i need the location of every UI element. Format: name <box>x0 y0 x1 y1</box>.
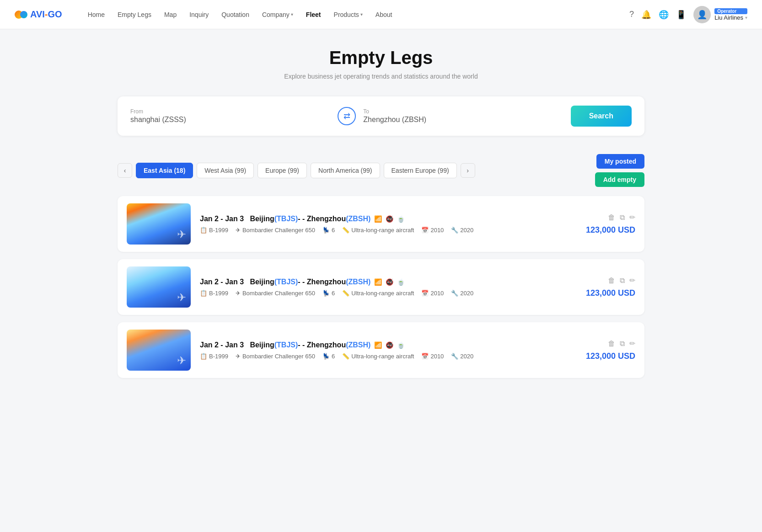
meta-reg: 📋 B-1999 <box>200 227 228 234</box>
operator-badge: Operator <box>714 8 747 14</box>
help-button[interactable]: ? <box>629 10 634 19</box>
seats-icon: 💺 <box>322 227 330 234</box>
from-field[interactable]: From shanghai (ZSSS) <box>130 108 330 124</box>
smoke-icon: 🚭 <box>386 215 393 223</box>
nav-fleet[interactable]: Fleet <box>301 7 327 22</box>
meta-range: 📏 Ultra-long-range aircraft <box>342 353 414 360</box>
from-label: From <box>130 108 330 115</box>
nav-icons: ? 🔔 🌐 📱 👤 Operator Liu Airlines ▾ <box>629 6 747 23</box>
wifi-icon: 📶 <box>374 341 382 349</box>
user-info: Operator Liu Airlines ▾ <box>714 8 747 21</box>
reg-icon: 📋 <box>200 290 207 297</box>
to-label: To <box>363 108 563 115</box>
logo-circle-blue <box>20 11 27 18</box>
nav-products[interactable]: Products ▾ <box>328 7 368 22</box>
edit-button[interactable]: ✏ <box>629 276 635 285</box>
nav-company[interactable]: Company ▾ <box>257 7 299 22</box>
year-icon: 📅 <box>421 353 429 360</box>
meta-year-refurb: 🔧 2020 <box>451 353 473 360</box>
logo[interactable]: AVI-GO <box>15 9 62 20</box>
add-empty-button[interactable]: Add empty <box>595 172 644 187</box>
logo-text: AVI-GO <box>30 9 62 20</box>
delete-button[interactable]: 🗑 <box>608 276 615 285</box>
delete-button[interactable]: 🗑 <box>608 213 615 222</box>
action-icons: 🗑 ⧉ ✏ <box>608 213 635 222</box>
listing-content: Jan 2 - Jan 3 Beijing(TBJS)- - Zhengzhou… <box>200 341 577 360</box>
notifications-button[interactable]: 🔔 <box>641 10 651 20</box>
nav-about[interactable]: About <box>370 7 398 22</box>
listing-meta: 📋 B-1999 ✈ Bombardier Challenger 650 💺 6… <box>200 353 577 360</box>
tab-europe[interactable]: Europe (99) <box>258 163 307 178</box>
nav-quotation[interactable]: Quotation <box>216 7 255 22</box>
listing-meta: 📋 B-1999 ✈ Bombardier Challenger 650 💺 6… <box>200 227 577 234</box>
listing-actions: 🗑 ⧉ ✏ 123,000 USD <box>586 276 635 298</box>
listing-card: Jan 2 - Jan 3 Beijing(TBJS)- - Zhengzhou… <box>118 196 644 252</box>
tab-eastern-europe[interactable]: Eastern Europe (99) <box>384 163 457 178</box>
page-subtitle: Explore business jet operating trends an… <box>118 73 644 80</box>
search-button[interactable]: Search <box>571 106 632 127</box>
listing-header: Jan 2 - Jan 3 Beijing(TBJS)- - Zhengzhou… <box>200 278 577 286</box>
listing-content: Jan 2 - Jan 3 Beijing(TBJS)- - Zhengzhou… <box>200 215 577 234</box>
copy-button[interactable]: ⧉ <box>620 339 625 348</box>
listing-image <box>127 266 191 308</box>
tab-west-asia[interactable]: West Asia (99) <box>197 163 254 178</box>
meta-year-mfg: 📅 2010 <box>421 353 444 360</box>
meta-reg: 📋 B-1999 <box>200 353 228 360</box>
main-content: Empty Legs Explore business jet operatin… <box>107 29 655 404</box>
aircraft-icon: ✈ <box>236 353 241 360</box>
seats-icon: 💺 <box>322 353 330 360</box>
wifi-icon: 📶 <box>374 215 382 223</box>
mobile-button[interactable]: 📱 <box>676 10 686 20</box>
user-menu[interactable]: 👤 Operator Liu Airlines ▾ <box>693 6 747 23</box>
range-icon: 📏 <box>342 353 349 360</box>
meta-year-mfg: 📅 2010 <box>421 227 444 234</box>
listing-actions: 🗑 ⧉ ✏ 123,000 USD <box>586 213 635 235</box>
copy-button[interactable]: ⧉ <box>620 213 625 222</box>
to-field[interactable]: To Zhengzhou (ZBSH) <box>363 108 563 124</box>
listing-amenity-icons: 📶 🚭 🍵 <box>374 278 405 286</box>
meta-aircraft: ✈ Bombardier Challenger 650 <box>236 227 315 234</box>
meta-year-refurb: 🔧 2020 <box>451 290 473 297</box>
delete-button[interactable]: 🗑 <box>608 339 615 348</box>
range-icon: 📏 <box>342 227 349 234</box>
user-dropdown-arrow: ▾ <box>745 15 747 20</box>
nav-home[interactable]: Home <box>82 7 110 22</box>
meta-range: 📏 Ultra-long-range aircraft <box>342 227 414 234</box>
globe-button[interactable]: 🌐 <box>659 10 669 20</box>
my-posted-button[interactable]: My posted <box>596 154 644 169</box>
listing-content: Jan 2 - Jan 3 Beijing(TBJS)- - Zhengzhou… <box>200 278 577 297</box>
listing-amenity-icons: 📶 🚭 🍵 <box>374 341 405 349</box>
range-icon: 📏 <box>342 290 349 297</box>
from-value: shanghai (ZSSS) <box>130 116 330 124</box>
meta-year-mfg: 📅 2010 <box>421 290 444 297</box>
tab-north-america[interactable]: North America (99) <box>311 163 380 178</box>
meta-seats: 💺 6 <box>322 227 335 234</box>
listing-route: Jan 2 - Jan 3 Beijing(TBJS)- - Zhengzhou… <box>200 341 370 349</box>
navbar: AVI-GO Home Empty Legs Map Inquiry Quota… <box>0 0 762 29</box>
listing-route: Jan 2 - Jan 3 Beijing(TBJS)- - Zhengzhou… <box>200 278 370 286</box>
listing-route: Jan 2 - Jan 3 Beijing(TBJS)- - Zhengzhou… <box>200 215 370 223</box>
edit-button[interactable]: ✏ <box>629 339 635 348</box>
nav-links: Home Empty Legs Map Inquiry Quotation Co… <box>82 7 617 22</box>
year-icon: 📅 <box>421 290 429 297</box>
action-icons: 🗑 ⧉ ✏ <box>608 339 635 348</box>
filter-tabs: ‹ East Asia (18) West Asia (99) Europe (… <box>118 163 595 178</box>
meta-seats: 💺 6 <box>322 353 335 360</box>
wifi-icon: 📶 <box>374 278 382 286</box>
search-box: From shanghai (ZSSS) ⇄ To Zhengzhou (ZBS… <box>118 96 644 136</box>
meta-reg: 📋 B-1999 <box>200 290 228 297</box>
edit-button[interactable]: ✏ <box>629 213 635 222</box>
cup-icon: 🍵 <box>397 215 405 223</box>
copy-button[interactable]: ⧉ <box>620 276 625 285</box>
meta-seats: 💺 6 <box>322 290 335 297</box>
tab-next-button[interactable]: › <box>461 163 475 178</box>
seats-icon: 💺 <box>322 290 330 297</box>
tab-east-asia[interactable]: East Asia (18) <box>136 163 193 178</box>
swap-button[interactable]: ⇄ <box>338 107 356 125</box>
user-name: Liu Airlines ▾ <box>714 14 747 21</box>
nav-map[interactable]: Map <box>159 7 182 22</box>
nav-inquiry[interactable]: Inquiry <box>184 7 214 22</box>
nav-empty-legs[interactable]: Empty Legs <box>112 7 157 22</box>
meta-aircraft: ✈ Bombardier Challenger 650 <box>236 290 315 297</box>
tab-prev-button[interactable]: ‹ <box>118 163 132 178</box>
